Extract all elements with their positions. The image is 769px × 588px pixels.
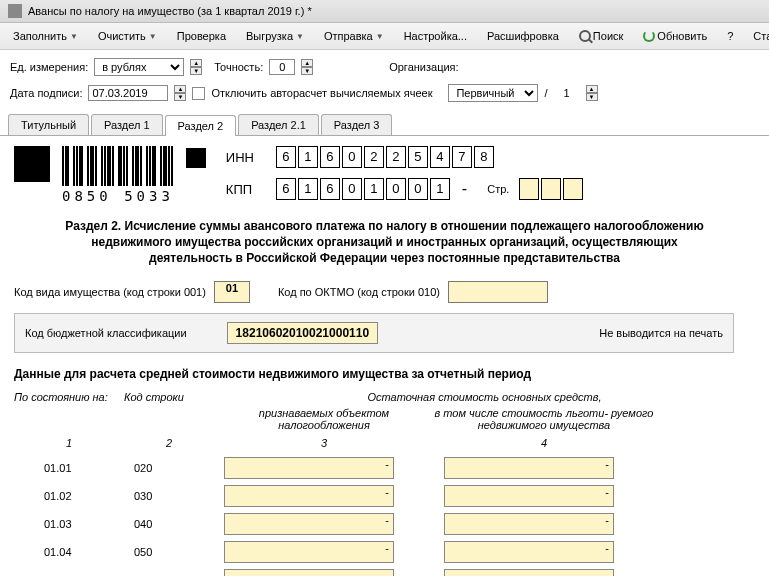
kbk-label: Код бюджетной классификации — [25, 327, 187, 339]
row-val1[interactable]: - — [224, 541, 394, 563]
row-date: 01.05 — [14, 574, 124, 576]
row-val1[interactable]: - — [224, 457, 394, 479]
kbk-note: Не выводится на печать — [599, 327, 723, 339]
row-val2[interactable]: - — [444, 485, 614, 507]
row-val2[interactable]: - — [444, 457, 614, 479]
tab-4[interactable]: Раздел 3 — [321, 114, 393, 135]
org-label: Организация: — [389, 61, 458, 73]
row-date: 01.01 — [14, 462, 124, 474]
search-button[interactable]: Поиск — [572, 26, 630, 46]
tab-3[interactable]: Раздел 2.1 — [238, 114, 319, 135]
kbk-value[interactable]: 18210602010021000110 — [227, 322, 378, 344]
window-title: Авансы по налогу на имущество (за 1 квар… — [28, 5, 312, 17]
precision-label: Точность: — [214, 61, 263, 73]
kpp-cell: 0 — [408, 178, 428, 200]
kpp-cell: 0 — [342, 178, 362, 200]
slash: / — [544, 87, 547, 99]
inn-cell: 0 — [342, 146, 362, 168]
fill-button[interactable]: Заполнить▼ — [6, 26, 85, 46]
calc-title: Данные для расчета средней стоимости нед… — [14, 367, 755, 381]
inn-cell: 5 — [408, 146, 428, 168]
row001-label1: Код вида имущества (код строки 001) — [14, 286, 206, 298]
kpp-cell: 1 — [430, 178, 450, 200]
precision-spin[interactable]: ▲▼ — [301, 59, 313, 75]
marker-small-square — [186, 148, 206, 168]
inn-cell: 8 — [474, 146, 494, 168]
page-spin[interactable]: ▲▼ — [586, 85, 598, 101]
inn-cell: 6 — [320, 146, 340, 168]
unit-select[interactable]: в рублях — [94, 58, 184, 76]
settings-button[interactable]: Настройка... — [397, 26, 474, 46]
page-num-input[interactable] — [554, 86, 580, 100]
oktmo-input[interactable] — [448, 281, 548, 303]
date-label: Дата подписи: — [10, 87, 82, 99]
section-title: Раздел 2. Исчисление суммы авансового пл… — [54, 218, 715, 267]
kpp-cell: 6 — [276, 178, 296, 200]
decode-button[interactable]: Расшифровка — [480, 26, 566, 46]
row-val2[interactable]: - — [444, 513, 614, 535]
row-code: 020 — [124, 462, 214, 474]
page-cell[interactable] — [519, 178, 539, 200]
row-val1[interactable]: - — [224, 485, 394, 507]
toolbar: Заполнить▼ Очистить▼ Проверка Выгрузка▼ … — [0, 23, 769, 50]
unit-spin[interactable]: ▲▼ — [190, 59, 202, 75]
row-code: 060 — [124, 574, 214, 576]
calc-header-2: признаваемых объектом налогообложения в … — [14, 407, 755, 431]
inn-label: ИНН — [226, 150, 266, 165]
row001-value1[interactable]: 01 — [214, 281, 250, 303]
row-code: 030 — [124, 490, 214, 502]
unit-label: Ед. измерения: — [10, 61, 88, 73]
disable-checkbox[interactable] — [192, 87, 205, 100]
row-val1[interactable]: - — [224, 569, 394, 576]
content: 0850 5033 ИНН 6160225478 КПП 61601001 - … — [0, 136, 769, 576]
titlebar: Авансы по налогу на имущество (за 1 квар… — [0, 0, 769, 23]
date-input[interactable] — [88, 85, 168, 101]
refresh-button[interactable]: Обновить — [636, 26, 714, 46]
kpp-cell: 0 — [386, 178, 406, 200]
calc-row: 01.01020-- — [14, 457, 755, 479]
kbk-box: Код бюджетной классификации 182106020100… — [14, 313, 734, 353]
inn-cell: 2 — [364, 146, 384, 168]
tab-1[interactable]: Раздел 1 — [91, 114, 163, 135]
row-date: 01.04 — [14, 546, 124, 558]
page-cell[interactable] — [563, 178, 583, 200]
help-button[interactable]: ? — [720, 26, 740, 46]
tabs: ТитульныйРаздел 1Раздел 2Раздел 2.1Разде… — [0, 114, 769, 136]
date-spin[interactable]: ▲▼ — [174, 85, 186, 101]
row-code: 050 — [124, 546, 214, 558]
inn-cell: 2 — [386, 146, 406, 168]
kpp-cells: 61601001 — [276, 178, 450, 200]
barcode-number: 0850 5033 — [62, 188, 174, 204]
barcode: 0850 5033 — [62, 146, 174, 204]
rates-button[interactable]: Ставки налога на иму — [746, 26, 769, 46]
kpp-cell: 6 — [320, 178, 340, 200]
tab-2[interactable]: Раздел 2 — [165, 115, 237, 136]
col-numbers: 12 34 — [14, 437, 755, 449]
row-code: 040 — [124, 518, 214, 530]
inn-cells: 6160225478 — [276, 146, 494, 168]
primary-select[interactable]: Первичный — [448, 84, 538, 102]
tab-0[interactable]: Титульный — [8, 114, 89, 135]
page-cells — [519, 178, 583, 200]
row-date: 01.02 — [14, 490, 124, 502]
precision-input[interactable] — [269, 59, 295, 75]
disable-label: Отключить авторасчет вычисляемых ячеек — [211, 87, 432, 99]
row-val2[interactable]: - — [444, 569, 614, 576]
page-label: Стр. — [487, 183, 509, 195]
row-val1[interactable]: - — [224, 513, 394, 535]
inn-cell: 6 — [276, 146, 296, 168]
clear-button[interactable]: Очистить▼ — [91, 26, 164, 46]
row001-label2: Код по ОКТМО (код строки 010) — [278, 286, 440, 298]
params-panel: Ед. измерения: в рублях ▲▼ Точность: ▲▼ … — [0, 50, 769, 114]
send-button[interactable]: Отправка▼ — [317, 26, 391, 46]
row-val2[interactable]: - — [444, 541, 614, 563]
page-cell[interactable] — [541, 178, 561, 200]
calc-header: По состоянию на: Код строки Остаточная с… — [14, 391, 755, 403]
kpp-dash: - — [460, 180, 469, 198]
check-button[interactable]: Проверка — [170, 26, 233, 46]
app-icon — [8, 4, 22, 18]
kpp-cell: 1 — [298, 178, 318, 200]
inn-cell: 1 — [298, 146, 318, 168]
inn-cell: 7 — [452, 146, 472, 168]
upload-button[interactable]: Выгрузка▼ — [239, 26, 311, 46]
